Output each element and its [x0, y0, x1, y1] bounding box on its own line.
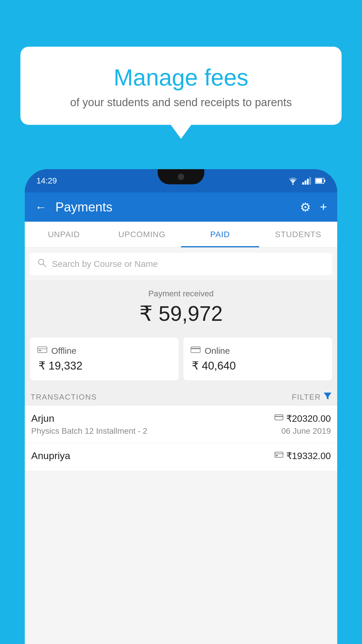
bubble-title: Manage fees: [35, 64, 327, 91]
status-bar: 14:29: [25, 169, 337, 192]
payment-total-amount: ₹ 59,972: [25, 301, 337, 326]
search-icon: [37, 258, 47, 270]
transactions-header: TRANSACTIONS FILTER: [25, 386, 337, 406]
content-area: Search by Course or Name Payment receive…: [25, 248, 337, 644]
svg-rect-20: [276, 455, 278, 456]
svg-rect-12: [39, 350, 41, 351]
svg-marker-15: [324, 393, 331, 400]
transaction-row-top-2: Anupriya ₹19332.00: [31, 450, 331, 461]
camera-dot: [178, 174, 184, 180]
transaction-payment-icon: [275, 414, 283, 423]
tab-paid[interactable]: PAID: [181, 222, 259, 247]
offline-amount: ₹ 19,332: [37, 359, 171, 372]
svg-rect-6: [316, 179, 322, 183]
payment-received-label: Payment received: [25, 289, 337, 298]
gear-icon[interactable]: ⚙: [300, 200, 311, 214]
svg-rect-4: [309, 177, 311, 185]
transaction-name-2: Anupriya: [31, 450, 70, 461]
bubble-subtitle: of your students and send receipts to pa…: [35, 96, 327, 109]
transaction-amount-wrap: ₹20320.00: [275, 413, 331, 424]
transaction-amount: ₹20320.00: [286, 413, 331, 424]
filter-label[interactable]: FILTER: [292, 393, 321, 402]
online-card-label: Online: [191, 346, 325, 356]
tabs-bar: UNPAID UPCOMING PAID STUDENTS: [25, 222, 337, 248]
svg-rect-7: [324, 180, 325, 182]
transactions-label: TRANSACTIONS: [31, 393, 292, 402]
svg-rect-16: [275, 415, 283, 420]
online-payment-card: Online ₹ 40,640: [183, 337, 332, 380]
transaction-date: 06 June 2019: [281, 426, 331, 436]
transaction-row-bottom: Physics Batch 12 Installment - 2 06 June…: [31, 426, 331, 436]
search-bar[interactable]: Search by Course or Name: [30, 253, 332, 275]
battery-icon: [315, 178, 326, 184]
back-button[interactable]: ←: [35, 201, 47, 214]
svg-line-9: [43, 264, 46, 267]
online-amount: ₹ 40,640: [191, 359, 325, 372]
filter-icon[interactable]: [324, 393, 331, 402]
page-title: Payments: [55, 200, 300, 214]
transaction-course: Physics Batch 12 Installment - 2: [31, 426, 147, 436]
transaction-payment-icon-2: [275, 451, 283, 460]
transaction-amount-2: ₹19332.00: [286, 450, 331, 461]
svg-rect-3: [307, 179, 309, 185]
transaction-name: Arjun: [31, 413, 54, 424]
tab-students[interactable]: STUDENTS: [259, 222, 337, 247]
svg-rect-13: [191, 347, 200, 353]
search-placeholder-text: Search by Course or Name: [52, 259, 158, 269]
offline-icon: [37, 346, 47, 356]
svg-rect-2: [305, 181, 306, 185]
app-header: ← Payments ⚙ +: [25, 192, 337, 222]
offline-card-label: Offline: [37, 346, 171, 356]
transaction-row-anupriya[interactable]: Anupriya ₹19332.00: [25, 443, 337, 471]
payment-received-section: Payment received ₹ 59,972: [25, 280, 337, 332]
phone-frame: 14:29: [25, 169, 337, 644]
add-icon[interactable]: +: [320, 200, 327, 214]
header-icons: ⚙ +: [300, 200, 327, 214]
transaction-amount-wrap-2: ₹19332.00: [275, 450, 331, 461]
speech-bubble: Manage fees of your students and send re…: [20, 47, 342, 125]
svg-point-0: [292, 183, 294, 185]
wifi-icon: [288, 177, 298, 185]
notch: [158, 169, 204, 184]
signal-icon: [302, 177, 311, 185]
offline-payment-card: Offline ₹ 19,332: [30, 337, 179, 380]
transaction-row-top: Arjun ₹20320.00: [31, 413, 331, 424]
tab-unpaid[interactable]: UNPAID: [25, 222, 103, 247]
tab-upcoming[interactable]: UPCOMING: [103, 222, 181, 247]
svg-rect-1: [302, 182, 304, 185]
payment-cards-section: Offline ₹ 19,332 Online ₹ 40,640: [25, 332, 337, 386]
status-time: 14:29: [36, 176, 57, 186]
status-icons: [288, 177, 326, 185]
transaction-row-arjun[interactable]: Arjun ₹20320.00 Physics Batch 12 Install…: [25, 406, 337, 443]
online-icon: [191, 346, 201, 356]
svg-rect-18: [275, 452, 283, 457]
svg-rect-10: [38, 347, 47, 353]
